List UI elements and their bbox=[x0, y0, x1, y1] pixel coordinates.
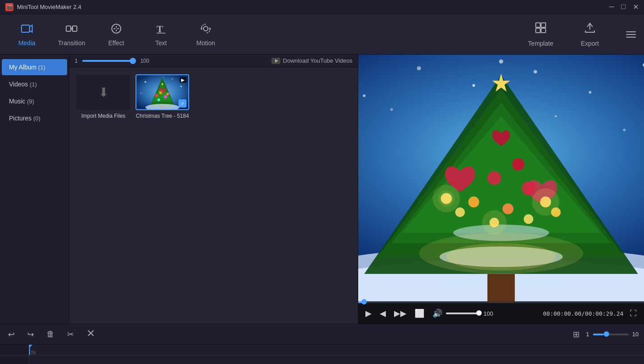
svg-point-71 bbox=[512, 158, 525, 171]
svg-point-15 bbox=[172, 78, 173, 80]
sidebar-count-videos: (1) bbox=[30, 81, 37, 88]
text-label: Text bbox=[155, 39, 167, 47]
maximize-button[interactable]: □ bbox=[621, 3, 626, 11]
svg-point-43 bbox=[390, 108, 393, 111]
sidebar-item-pictures[interactable]: Pictures (0) bbox=[2, 110, 67, 126]
svg-point-36 bbox=[417, 66, 421, 70]
selected-check: ✓ bbox=[178, 99, 186, 107]
export-icon bbox=[584, 21, 596, 37]
svg-point-64 bbox=[524, 214, 533, 224]
volume-thumb bbox=[476, 310, 482, 316]
text-icon: T bbox=[155, 22, 167, 37]
template-label: Template bbox=[528, 40, 554, 47]
title-bar-controls[interactable]: ─ □ ✕ bbox=[609, 3, 639, 11]
undo-button[interactable]: ↩ bbox=[5, 328, 17, 341]
toolbar: Media Transition Effect T T bbox=[0, 14, 644, 55]
fullscreen-button[interactable]: ⛶ bbox=[628, 308, 639, 319]
slider-min-label: 1 bbox=[75, 58, 78, 64]
svg-point-35 bbox=[363, 94, 365, 97]
redo-button[interactable]: ↪ bbox=[25, 328, 37, 341]
toolbar-text[interactable]: T Text bbox=[139, 17, 183, 52]
download-youtube-button[interactable]: Download YouTube Videos bbox=[271, 57, 352, 64]
motion-icon bbox=[199, 22, 212, 37]
sidebar-label-music: Music bbox=[9, 98, 27, 105]
title-bar-left: 🎬 MiniTool MovieMaker 2.4 bbox=[5, 3, 81, 11]
fit-timeline-button[interactable]: ⊞ bbox=[570, 328, 582, 341]
text-track[interactable] bbox=[29, 355, 644, 364]
preview-progress[interactable] bbox=[358, 301, 644, 303]
svg-point-6 bbox=[203, 26, 208, 31]
svg-point-18 bbox=[163, 77, 164, 78]
svg-point-37 bbox=[472, 84, 475, 87]
timeline-playhead[interactable] bbox=[29, 345, 30, 355]
timeline-ruler[interactable]: 0s bbox=[29, 345, 644, 355]
title-bar: 🎬 MiniTool MovieMaker 2.4 ─ □ ✕ bbox=[0, 0, 644, 14]
svg-point-48 bbox=[499, 60, 503, 64]
media-toolbar: 1 100 Download YouTube Videos bbox=[69, 55, 358, 67]
close-button[interactable]: ✕ bbox=[633, 3, 639, 11]
playhead-diamond bbox=[29, 345, 33, 347]
toolbar-transition[interactable]: Transition bbox=[49, 17, 94, 52]
timeline-toolbar: ↩ ↪ 🗑 ✂ ⊞ 1 10 bbox=[0, 324, 644, 345]
media-size-value: 100 bbox=[140, 58, 149, 64]
toolbar-effect[interactable]: Effect bbox=[94, 17, 139, 52]
sidebar-count-pictures: (0) bbox=[33, 115, 40, 122]
menu-line-2 bbox=[626, 34, 636, 35]
next-frame-button[interactable]: ▶▶ bbox=[392, 307, 408, 320]
svg-rect-10 bbox=[541, 28, 546, 33]
sidebar-label-my-album: My Album bbox=[9, 64, 38, 71]
sidebar-item-my-album[interactable]: My Album (1) bbox=[2, 59, 67, 75]
volume-track[interactable] bbox=[446, 313, 482, 314]
media-label: Media bbox=[18, 39, 35, 47]
media-size-slider[interactable] bbox=[82, 60, 136, 62]
svg-rect-9 bbox=[536, 28, 540, 33]
motion-label: Motion bbox=[196, 39, 215, 47]
export-label: Export bbox=[581, 40, 599, 47]
split-icon bbox=[86, 329, 95, 338]
timeline-zoom: ⊞ 1 10 bbox=[570, 328, 639, 341]
svg-point-14 bbox=[144, 81, 146, 83]
svg-point-38 bbox=[534, 70, 537, 73]
menu-button[interactable] bbox=[623, 28, 640, 41]
import-thumb[interactable]: ⬇ bbox=[76, 74, 130, 110]
volume-icon[interactable]: 🔊 bbox=[431, 307, 444, 320]
effect-icon bbox=[110, 22, 123, 37]
zoom-slider[interactable] bbox=[593, 334, 629, 335]
main-layout: My Album (1) Videos (1) Music (9) Pictur… bbox=[0, 55, 644, 324]
svg-point-32 bbox=[163, 94, 168, 99]
toolbar-template[interactable]: Template bbox=[521, 17, 561, 52]
svg-point-73 bbox=[432, 185, 460, 212]
svg-rect-7 bbox=[536, 23, 540, 27]
volume-slider[interactable]: 🔊 100 bbox=[431, 307, 497, 320]
svg-point-70 bbox=[487, 171, 501, 185]
cut-button[interactable]: ✂ bbox=[64, 328, 76, 341]
media-icon bbox=[21, 22, 33, 37]
aspect-ratio-button[interactable]: ⬜ bbox=[413, 307, 426, 320]
sidebar-item-videos[interactable]: Videos (1) bbox=[2, 76, 67, 92]
menu-line-3 bbox=[626, 37, 636, 38]
svg-point-30 bbox=[154, 93, 159, 98]
christmas-tree-item[interactable]: ▶ ✓ Christmas Tree - 5184 bbox=[136, 74, 189, 119]
ruler-spacer bbox=[0, 345, 29, 355]
sidebar-item-music[interactable]: Music (9) bbox=[2, 93, 67, 109]
text-track-label: T bbox=[0, 355, 29, 364]
svg-point-68 bbox=[446, 243, 556, 270]
minimize-button[interactable]: ─ bbox=[609, 3, 614, 11]
christmas-tree-thumb[interactable]: ▶ ✓ bbox=[136, 74, 189, 110]
prev-frame-button[interactable]: ◀ bbox=[378, 307, 388, 320]
toolbar-export[interactable]: Export bbox=[570, 17, 610, 52]
play-button[interactable]: ▶ bbox=[364, 307, 373, 320]
split-button[interactable] bbox=[84, 327, 98, 342]
svg-point-63 bbox=[503, 203, 513, 214]
svg-point-74 bbox=[482, 210, 507, 235]
ruler-mark-0s: 0s bbox=[31, 350, 36, 355]
toolbar-media[interactable]: Media bbox=[4, 17, 49, 52]
toolbar-motion[interactable]: Motion bbox=[183, 17, 228, 52]
svg-point-17 bbox=[140, 93, 142, 94]
svg-point-75 bbox=[532, 188, 559, 215]
sidebar-label-pictures: Pictures bbox=[9, 115, 33, 122]
delete-button[interactable]: 🗑 bbox=[44, 328, 57, 341]
svg-rect-8 bbox=[541, 23, 546, 27]
import-media-item[interactable]: ⬇ Import Media Files bbox=[76, 74, 130, 119]
zoom-max-label: 10 bbox=[632, 331, 639, 338]
